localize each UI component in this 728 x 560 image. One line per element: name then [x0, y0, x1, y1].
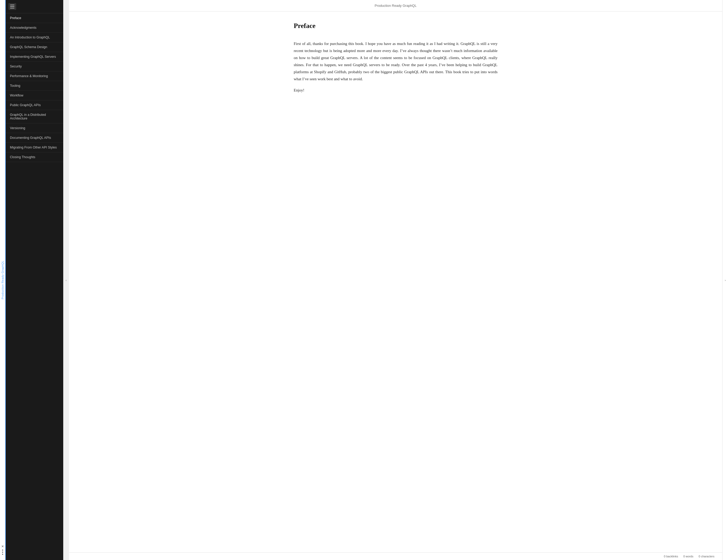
spine-bottom-controls: ✕: [1, 545, 4, 555]
main-content: Preface First of all, thanks for purchas…: [278, 12, 513, 552]
hamburger-line-2: [10, 6, 14, 7]
spine-dot-3: [2, 554, 3, 555]
main-header: Production Ready GraphQL: [69, 0, 722, 12]
page-title: Preface: [294, 22, 497, 30]
sidebar-item-security[interactable]: Security: [6, 62, 63, 71]
spine: Production Ready GraphQL ✕: [0, 0, 6, 560]
sidebar-header: [6, 0, 63, 13]
footer: 0 backlinks 0 words 0 characters: [69, 552, 722, 560]
sidebar-item-distributed[interactable]: GraphQL in a Distributed Architecture: [6, 110, 63, 123]
paragraph-2: Enjoy!: [294, 87, 497, 94]
sidebar: PrefaceAcknowledgmentsAn Introduction to…: [6, 0, 63, 560]
spine-dot-2: [2, 552, 3, 553]
main-wrapper: Production Ready GraphQL Preface First o…: [69, 0, 722, 560]
chevron-right-icon: ›: [725, 278, 726, 282]
sidebar-item-versioning[interactable]: Versioning: [6, 123, 63, 133]
sidebar-item-performance[interactable]: Performance & Monitoring: [6, 71, 63, 81]
sidebar-item-tooling[interactable]: Tooling: [6, 81, 63, 91]
hamburger-line-1: [10, 5, 14, 5]
spine-title: Production Ready GraphQL: [1, 261, 4, 299]
sidebar-item-closing[interactable]: Closing Thoughts: [6, 152, 63, 162]
sidebar-item-acknowledgments[interactable]: Acknowledgments: [6, 23, 63, 33]
sidebar-item-public-apis[interactable]: Public GraphQL APIs: [6, 100, 63, 110]
right-panel[interactable]: ›: [722, 0, 728, 560]
collapse-sidebar-button[interactable]: ‹: [63, 0, 69, 560]
hamburger-button[interactable]: [8, 3, 16, 10]
sidebar-item-documenting[interactable]: Documenting GraphQL APIs: [6, 133, 63, 143]
spine-dot-1: [2, 550, 3, 551]
page-body: First of all, thanks for purchasing this…: [294, 40, 497, 94]
sidebar-item-preface[interactable]: Preface: [6, 13, 63, 23]
sidebar-item-migrating[interactable]: Migrating From Other API Styles: [6, 143, 63, 152]
sidebar-item-workflow[interactable]: Workflow: [6, 91, 63, 100]
sidebar-nav: PrefaceAcknowledgmentsAn Introduction to…: [6, 13, 63, 560]
footer-backlinks: 0 backlinks: [664, 555, 678, 558]
paragraph-1: First of all, thanks for purchasing this…: [294, 40, 497, 83]
sidebar-item-intro[interactable]: An Introduction to GraphQL: [6, 33, 63, 42]
sidebar-item-implementing[interactable]: Implementing GraphQL Servers: [6, 52, 63, 62]
close-icon[interactable]: ✕: [1, 545, 4, 548]
footer-characters: 0 characters: [698, 555, 714, 558]
main-header-title: Production Ready GraphQL: [375, 4, 416, 8]
sidebar-item-schema[interactable]: GraphQL Schema Design: [6, 42, 63, 52]
hamburger-line-3: [10, 8, 14, 8]
footer-words: 0 words: [683, 555, 693, 558]
